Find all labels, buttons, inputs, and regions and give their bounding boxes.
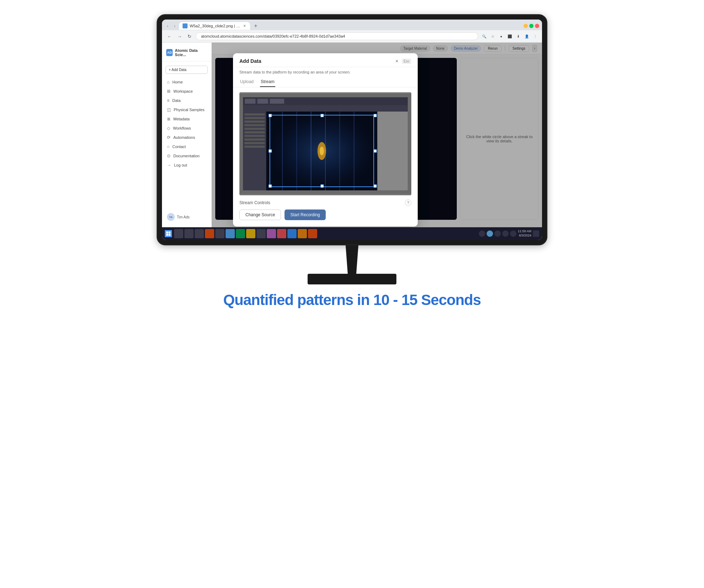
svg-rect-56: [269, 114, 272, 117]
sidebar-item-contact[interactable]: ○ Contact: [162, 142, 211, 151]
taskbar-item[interactable]: [226, 229, 235, 238]
sidebar-item-logout[interactable]: → Log out: [162, 160, 211, 170]
browser-tab[interactable]: W5a2_30deg_clide2.png | Data... ×: [179, 22, 250, 30]
sidebar-logout-label: Log out: [174, 163, 187, 167]
svg-rect-38: [244, 124, 265, 126]
svg-rect-64: [377, 111, 408, 190]
forward-btn[interactable]: →: [176, 33, 183, 40]
start-button[interactable]: [165, 230, 172, 237]
tab-upload[interactable]: Upload: [239, 77, 254, 87]
sidebar-home-label: Home: [172, 80, 183, 84]
bookmark-icon[interactable]: ☆: [489, 33, 496, 39]
tab-bar: ‹ › W5a2_30deg_clide2.png | Data... × +: [162, 20, 542, 30]
refresh-btn[interactable]: ↻: [186, 33, 193, 40]
svg-rect-61: [321, 185, 324, 187]
tab-stream[interactable]: Stream: [260, 77, 275, 87]
modal-subtitle: Stream data to the platform by recording…: [233, 67, 418, 77]
sidebar-item-physical-samples[interactable]: ◫ Physical Samples: [162, 105, 211, 114]
sidebar-workflows-label: Workflows: [173, 126, 191, 130]
sidebar-user: TA Tim Ads: [162, 210, 211, 224]
modal-overlay[interactable]: Add Data × Esc Stream data to the platfo…: [212, 43, 542, 227]
modal-esc-label[interactable]: Esc: [402, 59, 411, 64]
taskbar-item[interactable]: [205, 229, 214, 238]
sidebar-item-metadata[interactable]: ≣ Metadata: [162, 114, 211, 124]
taskbar-item[interactable]: [277, 229, 286, 238]
tray-icon[interactable]: [479, 230, 485, 237]
sidebar-item-automations[interactable]: ⟳ Automations: [162, 133, 211, 142]
new-tab-btn[interactable]: +: [251, 22, 260, 30]
monitor-stand: [308, 245, 396, 284]
tab-close-btn[interactable]: ×: [243, 23, 247, 28]
taskbar-item[interactable]: [215, 229, 224, 238]
modal-close-btn[interactable]: ×: [395, 58, 398, 64]
tab-back-btn[interactable]: ‹: [165, 23, 170, 29]
address-input[interactable]: atomcloud.atomicdatasciences.com/data/03…: [196, 32, 478, 40]
sidebar-item-home[interactable]: ⌂ Home: [162, 77, 211, 87]
preview-svg: [239, 92, 411, 195]
add-data-button[interactable]: + Add Data: [166, 66, 208, 74]
svg-rect-39: [244, 128, 265, 130]
monitor-shell: ‹ › W5a2_30deg_clide2.png | Data... × + …: [157, 14, 547, 245]
taskbar-item[interactable]: [174, 229, 183, 238]
taskbar-item[interactable]: [256, 229, 266, 238]
svg-rect-31: [257, 99, 268, 104]
workspace-icon: ⊞: [167, 89, 170, 94]
tab-forward-btn[interactable]: ›: [172, 23, 178, 29]
taskbar-item[interactable]: [298, 229, 307, 238]
sidebar-item-data[interactable]: ≡ Data: [162, 96, 211, 105]
contact-icon: ○: [167, 144, 169, 149]
taskbar-item[interactable]: [246, 229, 255, 238]
sidebar-item-workflows[interactable]: ◇ Workflows: [162, 124, 211, 133]
tray-icon[interactable]: [494, 230, 501, 237]
tray-icon[interactable]: [510, 230, 516, 237]
help-icon[interactable]: ?: [405, 200, 411, 206]
profile-icon[interactable]: ●: [498, 33, 504, 39]
notification-area[interactable]: [533, 230, 539, 237]
svg-rect-57: [374, 114, 377, 117]
taskbar-time: 11:59 AM 8/3/2024: [518, 229, 531, 238]
taskbar-item[interactable]: [308, 229, 317, 238]
bottom-caption: Quantified patterns in 10 - 15 Seconds: [223, 292, 481, 309]
taskbar-tray: 11:59 AM 8/3/2024: [479, 229, 539, 238]
back-btn[interactable]: ←: [166, 33, 173, 40]
address-bar-row: ← → ↻ atomcloud.atomicdatasciences.com/d…: [162, 30, 542, 42]
maximize-btn[interactable]: [529, 24, 534, 28]
taskbar-item[interactable]: [195, 229, 204, 238]
change-source-button[interactable]: Change Source: [239, 209, 281, 220]
stream-controls: Stream Controls ? Change Source Start Re…: [239, 200, 411, 220]
sidebar-contact-label: Contact: [172, 145, 186, 149]
svg-rect-33: [243, 105, 408, 111]
close-window-btn[interactable]: [535, 24, 539, 28]
windows-logo: [166, 232, 170, 236]
main-content: Target Material None Demo Analyzer Rerun…: [212, 43, 542, 227]
tab-favicon: [183, 23, 188, 28]
app-name-label: Atomic Data Scie...: [175, 48, 207, 57]
user-name-label: Tim Ads: [177, 215, 190, 219]
modal-header-actions: × Esc: [395, 58, 411, 64]
download-icon[interactable]: ⬇: [515, 33, 521, 39]
taskbar-item[interactable]: [184, 229, 194, 238]
sidebar-item-workspace[interactable]: ⊞ Workspace: [162, 87, 211, 96]
time-display: 11:59 AM: [518, 229, 531, 234]
automations-icon: ⟳: [167, 135, 170, 140]
search-icon[interactable]: 🔍: [481, 33, 487, 39]
tray-icon[interactable]: [502, 230, 509, 237]
account-icon[interactable]: 👤: [524, 33, 530, 39]
taskbar-item[interactable]: [236, 229, 245, 238]
sidebar-physical-label: Physical Samples: [174, 108, 205, 112]
tray-icon[interactable]: [487, 230, 493, 237]
taskbar-app-icons: [174, 229, 477, 238]
svg-rect-62: [269, 149, 272, 152]
taskbar-item[interactable]: [267, 229, 276, 238]
svg-rect-37: [244, 120, 265, 123]
browser-chrome: ‹ › W5a2_30deg_clide2.png | Data... × + …: [162, 20, 542, 43]
sidebar-item-documentation[interactable]: ⊙ Documentation: [162, 151, 211, 160]
svg-rect-44: [244, 146, 265, 148]
minimize-btn[interactable]: [524, 24, 528, 28]
extension-icon[interactable]: ⬛: [507, 33, 513, 39]
start-recording-button[interactable]: Start Recording: [285, 209, 325, 220]
taskbar-item[interactable]: [287, 229, 297, 238]
app-layout: AD Atomic Data Scie... + Add Data ⌂ Home…: [162, 43, 542, 227]
sidebar-metadata-label: Metadata: [173, 117, 190, 121]
menu-icon[interactable]: ⋮: [532, 33, 538, 39]
